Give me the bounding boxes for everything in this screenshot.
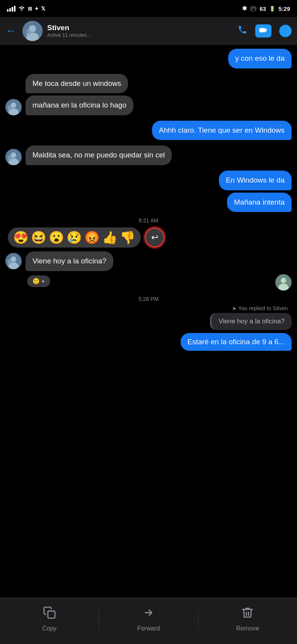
message-row: Maldita sea, no me puedo quedar sin cel <box>5 145 292 165</box>
message-row: Viene hoy a la oficina? <box>5 251 292 271</box>
svg-point-15 <box>8 259 12 265</box>
extra-icon: ✦ <box>34 6 39 12</box>
timestamp: 9:21 AM <box>5 217 292 224</box>
add-emoji-plus: + <box>41 278 45 284</box>
status-left: ⊞ ✦ 𝕏 <box>7 5 45 12</box>
twitter-icon: 𝕏 <box>41 5 45 12</box>
reaction-bar: 😍 😆 😮 😢 😡 👍 👎 <box>8 227 141 248</box>
forward-action[interactable]: Forward <box>99 606 198 632</box>
wifi-icon <box>18 5 26 12</box>
emoji-love[interactable]: 😍 <box>13 231 29 244</box>
chat-header: ← Stiven Active 11 minutes... i <box>0 17 297 45</box>
message-bubble[interactable]: Ahhh claro. Tiene que ser en Windows <box>152 121 292 140</box>
emoji-sad[interactable]: 😢 <box>67 231 82 244</box>
contact-avatar-small <box>5 253 22 269</box>
vibrate-icon: 📳 <box>250 6 256 12</box>
emoji-thumbsup[interactable]: 👍 <box>102 231 118 244</box>
back-button[interactable]: ← <box>5 25 16 37</box>
copy-action[interactable]: Copy <box>0 606 99 632</box>
call-button[interactable] <box>237 25 248 37</box>
emoji-angry[interactable]: 😡 <box>84 231 100 244</box>
message-row: Estaré en la oficina de 9 a 6... <box>5 333 292 351</box>
message-row: En Windows le da <box>5 171 292 190</box>
video-call-button[interactable] <box>255 24 271 38</box>
copy-icon <box>43 606 56 622</box>
message-bubble[interactable]: Maldita sea, no me puedo quedar sin cel <box>26 145 172 165</box>
contact-name: Stiven <box>47 24 233 32</box>
forward-label: Forward <box>137 625 160 632</box>
message-row: Me toca desde un windows <box>5 74 292 94</box>
status-bar: ⊞ ✦ 𝕏 ✱ 📳 63 🔋 5:29 <box>0 0 297 17</box>
svg-rect-19 <box>48 611 55 618</box>
contact-avatar <box>22 21 43 41</box>
bottom-action-bar: Copy Forward Remove <box>0 598 297 644</box>
reply-indicator-text: You replied to Stiven <box>238 305 288 311</box>
message-row: y con eso le da <box>5 49 292 68</box>
contact-status: Active 11 minutes... <box>47 32 233 38</box>
sim-icon: ⊞ <box>28 6 32 12</box>
emoji-wow[interactable]: 😮 <box>49 231 64 244</box>
svg-point-17 <box>281 278 286 283</box>
timestamp-bottom: 5:28 PM <box>5 296 292 302</box>
info-button[interactable]: i <box>279 25 292 37</box>
message-bubble[interactable]: Mañana intenta <box>227 193 292 212</box>
reply-arrow-icon: ➤ <box>232 305 238 311</box>
messages-area: y con eso le da Me toca desde un windows… <box>0 45 297 470</box>
remove-label: Remove <box>236 625 259 632</box>
messages-container: y con eso le da Me toca desde un windows… <box>0 45 297 470</box>
clock: 5:29 <box>278 5 290 12</box>
message-bubble[interactable]: Viene hoy a la oficina? <box>26 251 113 271</box>
message-row: Mañana intenta <box>5 193 292 212</box>
message-bubble[interactable]: En Windows le da <box>219 171 292 190</box>
bluetooth-icon: ✱ <box>242 5 247 12</box>
message-bubble[interactable]: Me toca desde un windows <box>26 74 128 94</box>
message-row: Ahhh claro. Tiene que ser en Windows <box>5 121 292 140</box>
own-avatar-small <box>275 274 292 290</box>
battery-icon: 🔋 <box>269 6 275 12</box>
reply-quote-bubble: Viene hoy a la oficina? <box>210 313 292 330</box>
partial-message[interactable]: Estaré en la oficina de 9 a 6... <box>181 333 292 351</box>
copy-label: Copy <box>42 625 56 632</box>
reply-button[interactable]: ↩ <box>145 227 165 248</box>
remove-action[interactable]: Remove <box>198 606 297 632</box>
reply-icon: ↩ <box>151 232 158 243</box>
svg-point-7 <box>8 105 12 111</box>
remove-icon <box>241 606 254 622</box>
message-bubble[interactable]: y con eso le da <box>228 49 292 68</box>
message-row: mañana en la oficina lo hago <box>5 96 292 115</box>
reaction-bar-wrapper: 😍 😆 😮 😢 😡 👍 👎 ↩ <box>5 227 292 248</box>
contact-info: Stiven Active 11 minutes... <box>47 24 233 38</box>
svg-point-11 <box>8 155 12 161</box>
contact-avatar-small <box>5 99 22 115</box>
signal-icon <box>7 6 15 12</box>
contact-avatar-small <box>5 149 22 165</box>
message-bubble[interactable]: mañana en la oficina lo hago <box>26 96 133 115</box>
header-actions: i <box>237 24 292 38</box>
battery-percent: 63 <box>259 5 266 12</box>
add-emoji-button[interactable]: 🙂 + <box>27 275 50 287</box>
forward-icon <box>142 606 155 622</box>
svg-point-3 <box>26 29 31 36</box>
emoji-laugh[interactable]: 😆 <box>31 231 46 244</box>
reply-indicator: ➤ You replied to Stiven <box>5 305 292 311</box>
status-right: ✱ 📳 63 🔋 5:29 <box>242 5 290 12</box>
emoji-add-icon: 🙂 <box>32 278 40 285</box>
emoji-thumbsdown[interactable]: 👎 <box>120 231 135 244</box>
